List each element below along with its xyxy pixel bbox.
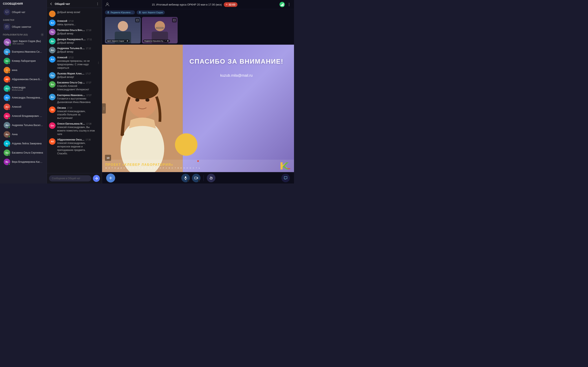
speaker-pills: Людмила Юрьевна ... прот. Кирилл Седов xyxy=(102,9,294,16)
message-avatar: Ок xyxy=(49,106,56,113)
more-options-icon-header[interactable] xyxy=(287,2,291,7)
sidebar-item-user-12[interactable]: БаБасавина Ольга Сергеевна xyxy=(1,148,45,157)
message-options[interactable] xyxy=(97,106,100,120)
svg-rect-12 xyxy=(281,5,282,6)
hand-button[interactable] xyxy=(207,174,215,182)
chat-message: АлАлексей17:12инновации прекрасны, но не… xyxy=(48,55,101,71)
message-time: 17:17 xyxy=(86,73,91,75)
message-options[interactable] xyxy=(97,20,100,26)
sidebar-item-user-13[interactable]: ВеВера Владимировна Кастаргина xyxy=(1,157,45,166)
video-header-center: 15. Итоговый вебинар курса ОРКНР 20 мая … xyxy=(110,2,279,7)
sidebar-users-section: ПОЛЬЗОВАТЕЛИ (62) xyxy=(0,31,47,37)
video-thumb-0: прот. Кирилл Седов ˅ xyxy=(105,17,141,43)
user-name: Вера Владимировна Кастаргина xyxy=(12,160,43,163)
sidebar-item-user-10[interactable]: АнАнна xyxy=(1,130,45,139)
svg-point-28 xyxy=(126,81,158,99)
sidebar-item-user-3[interactable]: 🎨инна xyxy=(1,66,45,75)
chat-message: ОлОлеся Евгеньевна М....17:28Алексей Але… xyxy=(48,121,101,137)
message-sender: Алексей xyxy=(57,56,67,59)
expand-btn-1[interactable] xyxy=(172,18,177,22)
message-sender: Басавина Ольга Сер.... xyxy=(57,81,85,84)
sidebar-item-user-0[interactable]: Прпрот. Кирилл Седов (Вы)Веб-камера xyxy=(1,37,45,47)
message-options[interactable] xyxy=(97,94,100,104)
slide-options-btn[interactable] xyxy=(102,103,106,114)
message-options[interactable] xyxy=(97,138,100,155)
svg-point-29 xyxy=(135,98,139,101)
message-options[interactable] xyxy=(97,56,100,69)
sidebar-item-user-7[interactable]: АлАлексей xyxy=(1,102,45,111)
slide-project-name: ПРОЕКТ «КЛЕВЕР ЛАБОРАТОРИЯ» xyxy=(105,163,200,167)
sidebar-users-title: ПОЛЬЗОВАТЕЛИ (62) xyxy=(3,33,28,36)
chat-input[interactable] xyxy=(49,175,91,182)
status-dot xyxy=(9,44,11,46)
message-sender: Абдрахманова Окса.... xyxy=(57,138,84,141)
message-time: 17:12 xyxy=(68,57,73,59)
message-options[interactable] xyxy=(97,81,100,91)
user-name: Атдуева Лейла Закировна xyxy=(12,142,42,145)
user-icon-btn[interactable] xyxy=(105,2,110,7)
speaker-pill-1[interactable]: прот. Кирилл Седов xyxy=(137,10,165,15)
sidebar-notes-title: ЗАМЕТКИ xyxy=(0,17,47,22)
webinar-title: 15. Итоговый вебинар курса ОРКНР 20 мая … xyxy=(152,3,222,6)
back-arrow-icon[interactable] xyxy=(49,2,53,6)
sidebar-item-user-2[interactable]: КлКлевер Лаборатория xyxy=(1,57,45,66)
message-text: Добрый вечер! xyxy=(57,41,95,45)
add-button[interactable] xyxy=(106,174,115,183)
message-sender: Динара Рашидовна К.... xyxy=(57,38,86,41)
user-name: Екатерина Ивановна Силинская xyxy=(12,50,43,53)
gear-icon[interactable] xyxy=(41,33,44,36)
message-options[interactable] xyxy=(97,38,100,45)
avatar: Ал xyxy=(4,85,10,92)
svg-point-9 xyxy=(98,63,99,64)
message-options[interactable] xyxy=(97,29,100,35)
more-options-icon[interactable] xyxy=(96,2,99,6)
svg-point-3 xyxy=(42,34,43,35)
status-dot xyxy=(8,136,10,138)
avatar: Аб xyxy=(4,76,10,83)
sidebar-item-user-11[interactable]: АтАтдуева Лейла Закировна xyxy=(1,139,45,148)
message-text: Добрый вечер всем! xyxy=(57,11,95,14)
user-name: инна xyxy=(12,69,17,72)
svg-point-6 xyxy=(97,5,98,5)
camera-status-dot xyxy=(198,180,200,182)
status-dot xyxy=(8,145,10,147)
video-label-text-0: прот. Кирилл Седов ˅ xyxy=(107,40,126,42)
video-label-0: прот. Кирилл Седов ˅ xyxy=(106,40,130,42)
status-dot xyxy=(8,53,10,55)
slide-dot-indicator xyxy=(197,160,199,162)
avatar: Ал xyxy=(4,113,10,119)
chat-message: Добрый вечер всем! xyxy=(48,9,101,18)
expand-btn-0[interactable] xyxy=(135,18,140,22)
message-options[interactable] xyxy=(97,72,100,79)
sidebar-item-notes[interactable]: Общие заметки xyxy=(1,22,45,31)
message-text: Алексей Александрович, Вы можете помести… xyxy=(57,125,95,136)
svg-point-5 xyxy=(97,4,98,4)
sidebar-item-user-4[interactable]: АбАбдрахманова Оксана Булатовна xyxy=(1,75,45,84)
chat-message: АнАндреева Татьяна В....17:12Добрый вече… xyxy=(48,46,101,55)
status-dot xyxy=(8,62,10,64)
status-dot xyxy=(8,108,10,110)
sidebar-notes-label: Общие заметки xyxy=(12,25,31,28)
chat-message: ОкОксана17:28Алексей Александрович, спас… xyxy=(48,105,101,121)
user-name: Александра xyxy=(12,86,26,89)
message-options[interactable] xyxy=(97,122,100,136)
sidebar-item-user-1[interactable]: ЕкЕкатерина Ивановна Силинская xyxy=(1,47,45,56)
svg-rect-34 xyxy=(185,176,186,178)
sidebar-item-general-chat[interactable]: Общий чат xyxy=(1,8,45,17)
sidebar-item-user-9[interactable]: АнАндреева Татьяна Васильевна xyxy=(1,121,45,130)
video-label-text-1: Людмила Юрьевна Ку... ˅ xyxy=(144,40,166,42)
video-header: 15. Итоговый вебинар курса ОРКНР 20 мая … xyxy=(102,0,294,9)
sidebar-item-user-5[interactable]: АлАлександраМобильный xyxy=(1,84,45,93)
message-options[interactable] xyxy=(97,47,100,54)
video-thumb-1: Людмила Юрьевна Ку... ˅ xyxy=(142,17,178,43)
send-button[interactable] xyxy=(93,175,100,182)
stats-icon[interactable] xyxy=(279,2,285,7)
message-options[interactable] xyxy=(97,11,100,17)
sidebar-item-user-8[interactable]: АлАлексей Владимирович Елисеев xyxy=(1,111,45,120)
chat-button[interactable] xyxy=(281,174,290,182)
svg-rect-37 xyxy=(195,177,197,179)
sidebar-item-user-6[interactable]: АлАлександра Леонидовна Мясни... xyxy=(1,93,45,102)
chat-message: ДиДинара Рашидовна К....17:11Добрый вече… xyxy=(48,37,101,46)
avatar: Ан xyxy=(4,131,10,138)
speaker-pill-0[interactable]: Людмила Юрьевна ... xyxy=(105,10,135,15)
